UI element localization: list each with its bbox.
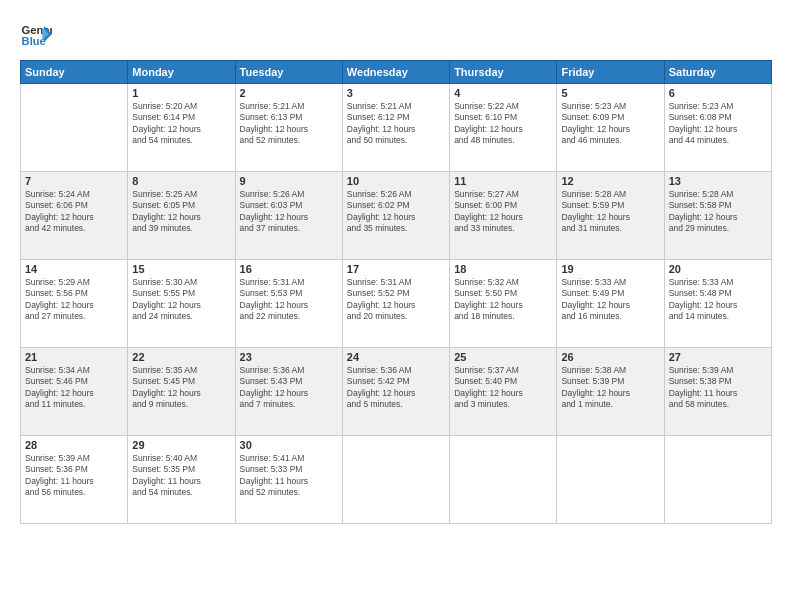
day-number: 23 — [240, 351, 338, 363]
day-number: 14 — [25, 263, 123, 275]
calendar-cell: 22Sunrise: 5:35 AMSunset: 5:45 PMDayligh… — [128, 348, 235, 436]
day-number: 13 — [669, 175, 767, 187]
day-info: Sunrise: 5:33 AMSunset: 5:49 PMDaylight:… — [561, 277, 659, 323]
calendar-cell: 19Sunrise: 5:33 AMSunset: 5:49 PMDayligh… — [557, 260, 664, 348]
calendar-cell: 18Sunrise: 5:32 AMSunset: 5:50 PMDayligh… — [450, 260, 557, 348]
day-number: 19 — [561, 263, 659, 275]
day-number: 22 — [132, 351, 230, 363]
day-number: 26 — [561, 351, 659, 363]
day-number: 10 — [347, 175, 445, 187]
week-row-4: 21Sunrise: 5:34 AMSunset: 5:46 PMDayligh… — [21, 348, 772, 436]
calendar-cell: 11Sunrise: 5:27 AMSunset: 6:00 PMDayligh… — [450, 172, 557, 260]
day-number: 25 — [454, 351, 552, 363]
calendar-cell: 12Sunrise: 5:28 AMSunset: 5:59 PMDayligh… — [557, 172, 664, 260]
day-info: Sunrise: 5:20 AMSunset: 6:14 PMDaylight:… — [132, 101, 230, 147]
day-info: Sunrise: 5:31 AMSunset: 5:53 PMDaylight:… — [240, 277, 338, 323]
page-header: General Blue — [20, 18, 772, 50]
day-number: 17 — [347, 263, 445, 275]
weekday-header-thursday: Thursday — [450, 61, 557, 84]
calendar-cell: 9Sunrise: 5:26 AMSunset: 6:03 PMDaylight… — [235, 172, 342, 260]
calendar-cell: 15Sunrise: 5:30 AMSunset: 5:55 PMDayligh… — [128, 260, 235, 348]
svg-text:Blue: Blue — [22, 35, 46, 47]
day-info: Sunrise: 5:41 AMSunset: 5:33 PMDaylight:… — [240, 453, 338, 499]
day-number: 11 — [454, 175, 552, 187]
day-number: 9 — [240, 175, 338, 187]
day-number: 12 — [561, 175, 659, 187]
day-info: Sunrise: 5:30 AMSunset: 5:55 PMDaylight:… — [132, 277, 230, 323]
day-number: 7 — [25, 175, 123, 187]
day-number: 28 — [25, 439, 123, 451]
day-info: Sunrise: 5:28 AMSunset: 5:58 PMDaylight:… — [669, 189, 767, 235]
calendar-cell: 29Sunrise: 5:40 AMSunset: 5:35 PMDayligh… — [128, 436, 235, 524]
day-info: Sunrise: 5:36 AMSunset: 5:42 PMDaylight:… — [347, 365, 445, 411]
weekday-header-sunday: Sunday — [21, 61, 128, 84]
day-number: 29 — [132, 439, 230, 451]
calendar-cell: 27Sunrise: 5:39 AMSunset: 5:38 PMDayligh… — [664, 348, 771, 436]
week-row-3: 14Sunrise: 5:29 AMSunset: 5:56 PMDayligh… — [21, 260, 772, 348]
day-number: 6 — [669, 87, 767, 99]
day-info: Sunrise: 5:40 AMSunset: 5:35 PMDaylight:… — [132, 453, 230, 499]
day-number: 2 — [240, 87, 338, 99]
day-number: 20 — [669, 263, 767, 275]
calendar-cell: 8Sunrise: 5:25 AMSunset: 6:05 PMDaylight… — [128, 172, 235, 260]
weekday-header-friday: Friday — [557, 61, 664, 84]
calendar-cell: 2Sunrise: 5:21 AMSunset: 6:13 PMDaylight… — [235, 84, 342, 172]
week-row-5: 28Sunrise: 5:39 AMSunset: 5:36 PMDayligh… — [21, 436, 772, 524]
calendar-cell: 4Sunrise: 5:22 AMSunset: 6:10 PMDaylight… — [450, 84, 557, 172]
day-info: Sunrise: 5:34 AMSunset: 5:46 PMDaylight:… — [25, 365, 123, 411]
calendar-cell: 16Sunrise: 5:31 AMSunset: 5:53 PMDayligh… — [235, 260, 342, 348]
weekday-header-tuesday: Tuesday — [235, 61, 342, 84]
day-info: Sunrise: 5:29 AMSunset: 5:56 PMDaylight:… — [25, 277, 123, 323]
day-info: Sunrise: 5:27 AMSunset: 6:00 PMDaylight:… — [454, 189, 552, 235]
calendar-cell: 26Sunrise: 5:38 AMSunset: 5:39 PMDayligh… — [557, 348, 664, 436]
calendar-cell: 28Sunrise: 5:39 AMSunset: 5:36 PMDayligh… — [21, 436, 128, 524]
calendar-cell: 25Sunrise: 5:37 AMSunset: 5:40 PMDayligh… — [450, 348, 557, 436]
day-number: 18 — [454, 263, 552, 275]
calendar-cell — [342, 436, 449, 524]
day-info: Sunrise: 5:28 AMSunset: 5:59 PMDaylight:… — [561, 189, 659, 235]
day-info: Sunrise: 5:23 AMSunset: 6:09 PMDaylight:… — [561, 101, 659, 147]
calendar-cell: 14Sunrise: 5:29 AMSunset: 5:56 PMDayligh… — [21, 260, 128, 348]
weekday-header-wednesday: Wednesday — [342, 61, 449, 84]
day-info: Sunrise: 5:26 AMSunset: 6:02 PMDaylight:… — [347, 189, 445, 235]
day-info: Sunrise: 5:22 AMSunset: 6:10 PMDaylight:… — [454, 101, 552, 147]
calendar-cell: 5Sunrise: 5:23 AMSunset: 6:09 PMDaylight… — [557, 84, 664, 172]
day-info: Sunrise: 5:21 AMSunset: 6:12 PMDaylight:… — [347, 101, 445, 147]
calendar-cell: 7Sunrise: 5:24 AMSunset: 6:06 PMDaylight… — [21, 172, 128, 260]
calendar-cell: 21Sunrise: 5:34 AMSunset: 5:46 PMDayligh… — [21, 348, 128, 436]
day-info: Sunrise: 5:25 AMSunset: 6:05 PMDaylight:… — [132, 189, 230, 235]
calendar-cell: 13Sunrise: 5:28 AMSunset: 5:58 PMDayligh… — [664, 172, 771, 260]
calendar: SundayMondayTuesdayWednesdayThursdayFrid… — [20, 60, 772, 524]
weekday-header-monday: Monday — [128, 61, 235, 84]
calendar-cell — [664, 436, 771, 524]
calendar-cell — [21, 84, 128, 172]
day-number: 21 — [25, 351, 123, 363]
day-info: Sunrise: 5:35 AMSunset: 5:45 PMDaylight:… — [132, 365, 230, 411]
day-info: Sunrise: 5:39 AMSunset: 5:36 PMDaylight:… — [25, 453, 123, 499]
day-info: Sunrise: 5:26 AMSunset: 6:03 PMDaylight:… — [240, 189, 338, 235]
calendar-cell: 1Sunrise: 5:20 AMSunset: 6:14 PMDaylight… — [128, 84, 235, 172]
day-number: 1 — [132, 87, 230, 99]
calendar-cell: 3Sunrise: 5:21 AMSunset: 6:12 PMDaylight… — [342, 84, 449, 172]
calendar-cell — [557, 436, 664, 524]
calendar-cell: 17Sunrise: 5:31 AMSunset: 5:52 PMDayligh… — [342, 260, 449, 348]
day-info: Sunrise: 5:38 AMSunset: 5:39 PMDaylight:… — [561, 365, 659, 411]
weekday-header-saturday: Saturday — [664, 61, 771, 84]
day-number: 5 — [561, 87, 659, 99]
logo-icon: General Blue — [20, 18, 52, 50]
day-info: Sunrise: 5:37 AMSunset: 5:40 PMDaylight:… — [454, 365, 552, 411]
day-number: 16 — [240, 263, 338, 275]
calendar-cell: 20Sunrise: 5:33 AMSunset: 5:48 PMDayligh… — [664, 260, 771, 348]
day-info: Sunrise: 5:21 AMSunset: 6:13 PMDaylight:… — [240, 101, 338, 147]
day-info: Sunrise: 5:24 AMSunset: 6:06 PMDaylight:… — [25, 189, 123, 235]
day-number: 8 — [132, 175, 230, 187]
day-number: 15 — [132, 263, 230, 275]
weekday-header-row: SundayMondayTuesdayWednesdayThursdayFrid… — [21, 61, 772, 84]
calendar-cell: 6Sunrise: 5:23 AMSunset: 6:08 PMDaylight… — [664, 84, 771, 172]
logo: General Blue — [20, 18, 52, 50]
day-info: Sunrise: 5:39 AMSunset: 5:38 PMDaylight:… — [669, 365, 767, 411]
day-number: 30 — [240, 439, 338, 451]
day-info: Sunrise: 5:32 AMSunset: 5:50 PMDaylight:… — [454, 277, 552, 323]
day-number: 4 — [454, 87, 552, 99]
calendar-cell: 10Sunrise: 5:26 AMSunset: 6:02 PMDayligh… — [342, 172, 449, 260]
